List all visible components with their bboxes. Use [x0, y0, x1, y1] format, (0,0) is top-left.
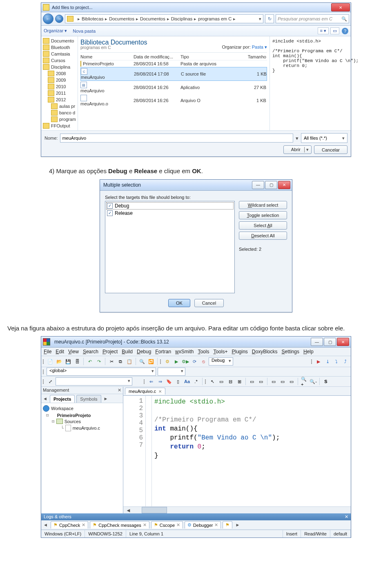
- checkbox[interactable]: ✓: [107, 203, 113, 209]
- scope-sub-select[interactable]: [158, 368, 185, 376]
- open-icon[interactable]: 📂: [56, 358, 63, 365]
- log-tab[interactable]: ⚙Debugger✕: [185, 521, 221, 528]
- log-tab[interactable]: ⚑Cscope✕: [151, 521, 183, 528]
- close-button[interactable]: ✕: [331, 3, 350, 11]
- tab-projects[interactable]: Projects: [50, 395, 75, 403]
- copy-icon[interactable]: ⧉: [117, 358, 124, 365]
- toolbar-scope[interactable]: <global>: [41, 367, 351, 377]
- editor-tab[interactable]: meuArquivo.c✕: [125, 388, 165, 395]
- organizar-button[interactable]: Organizar: [44, 28, 67, 33]
- tree-item[interactable]: 2011: [56, 91, 66, 96]
- symbol-select[interactable]: [56, 377, 132, 386]
- undo-icon[interactable]: ↶: [86, 358, 94, 365]
- toolbar-main[interactable]: 📄 📂 💾 🗄 ↶ ↷ ✂ ⧉ 📋 🔍 🔁 ⚙ ▶ ⚙▶ ⟳ ⦸ Debug ▶…: [41, 356, 351, 367]
- cancelar-button[interactable]: Cancelar: [314, 145, 347, 154]
- panel-icon[interactable]: ▭: [218, 378, 225, 385]
- rebuild-icon[interactable]: ⟳: [191, 358, 198, 365]
- toolbar-editor[interactable]: ⤢ ⇐ ⇒ 🔖 ▯ Aa .* ↖ ▭ ⊟ ⊞ ▭ ▭ ▭ ▭ ▭ 🔍+ 🔍- …: [41, 377, 351, 387]
- tree-item[interactable]: Documento: [51, 38, 74, 43]
- log-tab[interactable]: ⚑CppCheck messages✕: [90, 521, 149, 528]
- zoom-out-icon[interactable]: 🔍-: [310, 378, 317, 385]
- menu-item[interactable]: Plugins: [232, 349, 247, 355]
- regex-icon[interactable]: .*: [192, 378, 200, 385]
- close-tab-icon[interactable]: ✕: [158, 389, 162, 394]
- saveall-icon[interactable]: 🗄: [74, 358, 81, 365]
- log-tab[interactable]: ⚑: [223, 521, 232, 528]
- minimize-button[interactable]: —: [252, 181, 264, 189]
- preview-toggle-button[interactable]: ▭: [330, 27, 339, 34]
- save-icon[interactable]: 💾: [65, 358, 72, 365]
- menu-item[interactable]: Project: [102, 349, 118, 355]
- ok-button[interactable]: OK: [168, 299, 190, 307]
- new-icon[interactable]: 📄: [47, 358, 54, 365]
- close-logs-icon[interactable]: ✕: [345, 514, 348, 520]
- panel2-icon[interactable]: ⊟: [227, 378, 234, 385]
- menu-item[interactable]: Build: [122, 349, 133, 355]
- debug-step-icon[interactable]: ⤓: [324, 358, 331, 365]
- menu-item[interactable]: View: [68, 349, 79, 355]
- panel4-icon[interactable]: ▭: [248, 378, 256, 385]
- bookmark-icon[interactable]: 🔖: [165, 378, 173, 385]
- cursor-icon[interactable]: ↖: [209, 378, 216, 385]
- toggle-selection-button[interactable]: Toggle selection: [239, 211, 287, 219]
- breadcrumb-item[interactable]: Documentos: [109, 16, 134, 21]
- targets-list[interactable]: ✓Debug ✓Release: [105, 201, 235, 293]
- run-icon[interactable]: ▶: [173, 358, 180, 365]
- menu-item[interactable]: Edit: [56, 349, 64, 355]
- tab-symbols[interactable]: Symbols: [76, 395, 101, 403]
- menu-item[interactable]: Tools+: [213, 349, 227, 355]
- expand-icon[interactable]: ⤢: [47, 378, 54, 385]
- titlebar[interactable]: meuArquivo.c [PrimeiroProjeto] - Code::B…: [41, 337, 351, 348]
- filename-input[interactable]: [60, 134, 293, 143]
- build-target-select[interactable]: Debug: [209, 357, 233, 366]
- panel5-icon[interactable]: ▭: [257, 378, 265, 385]
- tree-item[interactable]: FFOutput: [51, 123, 70, 128]
- nova-pasta-button[interactable]: Nova pasta: [73, 29, 96, 33]
- menu-item[interactable]: Debug: [137, 349, 151, 355]
- breadcrumb-item[interactable]: Documentos: [140, 16, 165, 21]
- replace-icon[interactable]: 🔁: [147, 358, 155, 365]
- table-row[interactable]: PrimeiroProjeto 28/08/2014 16:58 Pasta d…: [80, 60, 267, 67]
- redo-icon[interactable]: ↷: [95, 358, 102, 365]
- maximize-button[interactable]: ▢: [324, 338, 336, 346]
- log-tab[interactable]: ⚑CppCheck✕: [51, 521, 88, 528]
- logs-header[interactable]: Logs & others✕: [41, 513, 351, 520]
- menu-item[interactable]: wxSmith: [175, 349, 194, 355]
- panel8-icon[interactable]: ▭: [288, 378, 295, 385]
- table-row[interactable]: meuArquivo.o 28/08/2014 16:26 Arquivo O …: [80, 94, 267, 107]
- tree-item[interactable]: aulas pr: [59, 104, 75, 109]
- zoom-in-icon[interactable]: 🔍+: [301, 378, 308, 385]
- tab-scroll-left[interactable]: ◄: [41, 396, 49, 401]
- tree-item[interactable]: program: [59, 117, 76, 122]
- search-input[interactable]: Pesquisar programas em C 🔍: [276, 14, 349, 23]
- build-run-icon[interactable]: ⚙▶: [182, 358, 189, 365]
- folder-tree[interactable]: Documento Bluetooth Camtasia Cursos Disc…: [41, 36, 78, 130]
- wildcard-select-button[interactable]: Wildcard select: [239, 201, 287, 209]
- maximize-button[interactable]: ▢: [265, 181, 277, 189]
- tree-item[interactable]: PrimeiroProjeto: [57, 413, 91, 418]
- panel3-icon[interactable]: ⊞: [236, 378, 243, 385]
- logs-tabs[interactable]: ◄ ⚑CppCheck✕ ⚑CppCheck messages✕ ⚑Cscope…: [41, 520, 351, 530]
- panel6-icon[interactable]: ▭: [270, 378, 277, 385]
- breadcrumb[interactable]: ▸ Bibliotecas▸ Documentos▸ Documentos▸ D…: [65, 14, 263, 23]
- tree-item[interactable]: 2008: [56, 71, 66, 76]
- col-name[interactable]: Nome: [80, 54, 134, 59]
- table-row[interactable]: ▤meuArquivo 28/08/2014 16:26 Aplicativo …: [80, 81, 267, 94]
- forward-button[interactable]: →: [55, 15, 63, 23]
- list-item[interactable]: ✓Release: [106, 210, 234, 217]
- s-icon[interactable]: S: [322, 378, 330, 385]
- menu-item[interactable]: Fortran: [155, 349, 171, 355]
- tree-item[interactable]: meuArquivo.c: [73, 426, 100, 430]
- abrir-button[interactable]: Abrir: [283, 145, 312, 154]
- code-editor[interactable]: 1234567 #include <stdio.h> /*Primeiro Pr…: [123, 396, 351, 506]
- tree-item[interactable]: 2012: [56, 97, 66, 102]
- col-date[interactable]: Data de modificaç...: [134, 54, 180, 59]
- menu-item[interactable]: Search: [83, 349, 98, 355]
- minimize-button[interactable]: —: [311, 338, 323, 346]
- back-button[interactable]: ←: [43, 13, 53, 24]
- cut-icon[interactable]: ✂: [108, 358, 115, 365]
- col-size[interactable]: Tamanho: [238, 54, 266, 59]
- checkbox[interactable]: ✓: [107, 210, 113, 216]
- tree-item[interactable]: Bluetooth: [51, 45, 70, 50]
- tree-item[interactable]: 2009: [56, 78, 66, 83]
